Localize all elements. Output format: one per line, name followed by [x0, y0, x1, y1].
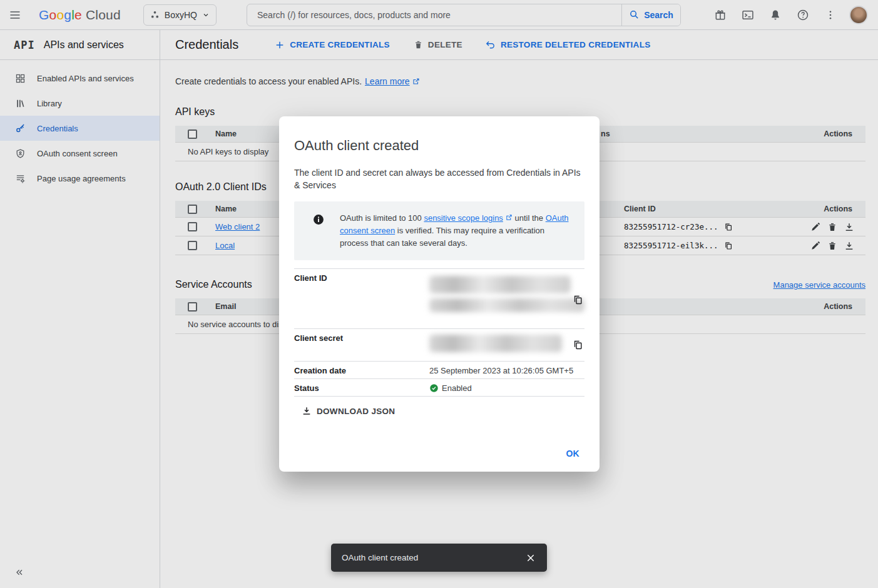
info-icon: [312, 212, 325, 226]
sensitive-scope-logins-link[interactable]: sensitive scope logins: [424, 213, 503, 223]
redacted-client-id-line: [429, 298, 584, 312]
snackbar-close-button[interactable]: [519, 547, 542, 569]
dialog-description: The client ID and secret can always be a…: [294, 166, 584, 191]
info-text: OAuth is limited to 100 sensitive scope …: [340, 212, 574, 250]
dialog-title: OAuth client created: [294, 138, 584, 154]
creation-date-label: Creation date: [294, 365, 429, 375]
client-id-row: Client ID: [294, 268, 584, 328]
client-secret-row: Client secret: [294, 328, 584, 361]
status-value: Enabled: [429, 382, 584, 393]
status-row: Status Enabled: [294, 378, 584, 397]
client-id-value-redacted: [429, 272, 584, 325]
client-secret-label: Client secret: [294, 332, 429, 358]
snackbar: OAuth client created: [331, 544, 547, 572]
oauth-limit-info-box: OAuth is limited to 100 sensitive scope …: [294, 201, 584, 260]
dialog-details: Client ID Client secret Creation date 25…: [294, 268, 584, 397]
client-secret-value-redacted: [429, 332, 584, 358]
client-id-label: Client ID: [294, 272, 429, 325]
creation-date-value: 25 September 2023 at 10:26:05 GMT+5: [429, 365, 584, 375]
check-circle-icon: [429, 383, 439, 393]
snackbar-message: OAuth client created: [331, 553, 418, 562]
redacted-client-id-line: [429, 276, 571, 293]
download-icon: [302, 406, 312, 416]
download-json-button[interactable]: DOWNLOAD JSON: [302, 406, 395, 416]
copy-icon[interactable]: [573, 295, 583, 305]
external-link-icon: [506, 214, 513, 221]
ok-button[interactable]: OK: [562, 444, 583, 464]
creation-date-row: Creation date 25 September 2023 at 10:26…: [294, 361, 584, 378]
copy-icon[interactable]: [573, 340, 583, 350]
oauth-client-created-dialog: OAuth client created The client ID and s…: [279, 116, 600, 472]
status-label: Status: [294, 382, 429, 393]
redacted-client-secret-line: [429, 335, 562, 352]
close-icon: [526, 553, 536, 563]
